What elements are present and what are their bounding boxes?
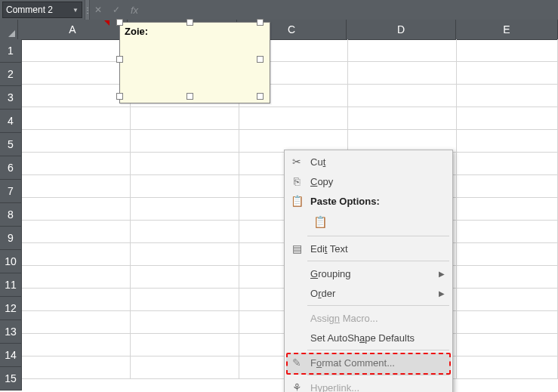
cell[interactable]	[457, 243, 558, 266]
row-header-3[interactable]: 3	[0, 86, 22, 110]
name-box[interactable]: Comment 2 ▼	[2, 2, 82, 18]
fx-icon[interactable]: fx	[131, 5, 138, 16]
row-header-9[interactable]: 9	[0, 227, 22, 250]
cell[interactable]	[131, 311, 239, 334]
selection-handle[interactable]	[257, 19, 264, 26]
cell[interactable]	[457, 130, 558, 153]
paste-option-icon[interactable]: 📋	[310, 212, 330, 232]
cell[interactable]	[22, 243, 131, 266]
row-header-2[interactable]: 2	[0, 63, 22, 86]
cancel-formula-icon[interactable]: ✕	[94, 5, 102, 15]
menu-item-label: Set AutoShape Defaults	[310, 332, 415, 344]
cell[interactable]	[22, 85, 131, 107]
cell[interactable]	[457, 266, 558, 289]
menu-item-cut[interactable]: ✂Cut	[285, 152, 452, 171]
column-header-A[interactable]: A	[18, 20, 128, 40]
cell[interactable]	[457, 175, 558, 198]
cell[interactable]	[457, 289, 558, 311]
menu-item-grouping[interactable]: Grouping▶	[285, 264, 452, 283]
cell[interactable]	[131, 153, 239, 175]
cell[interactable]	[22, 221, 131, 243]
row-header-8[interactable]: 8	[0, 203, 22, 227]
cell[interactable]	[457, 85, 558, 107]
menu-item-copy[interactable]: ⎘Copy	[285, 171, 452, 191]
selection-handle[interactable]	[116, 56, 123, 63]
comment-box[interactable]: Zoie:	[119, 22, 270, 103]
submenu-arrow-icon: ▶	[439, 289, 445, 298]
cell[interactable]	[22, 289, 131, 311]
column-header-E[interactable]: E	[456, 20, 558, 40]
cell[interactable]	[457, 62, 558, 85]
cell[interactable]	[348, 39, 457, 62]
row-header-5[interactable]: 5	[0, 133, 22, 156]
row-header-1[interactable]: 1	[0, 39, 22, 63]
menu-item-label: Cut	[310, 156, 325, 168]
cell[interactable]	[131, 198, 239, 221]
cell[interactable]	[457, 107, 558, 130]
column-header-D[interactable]: D	[347, 20, 456, 40]
menu-separator	[307, 305, 449, 306]
menu-item-order[interactable]: Order▶	[285, 283, 452, 303]
selection-handle[interactable]	[257, 93, 264, 100]
cell[interactable]	[131, 107, 239, 130]
row-header-4[interactable]: 4	[0, 110, 22, 133]
menu-separator	[307, 350, 449, 350]
cell[interactable]	[131, 334, 239, 357]
select-all-corner[interactable]	[0, 20, 18, 40]
name-box-dropdown-icon[interactable]: ▼	[72, 7, 79, 14]
cell[interactable]	[457, 311, 558, 334]
selection-handle[interactable]	[187, 93, 193, 100]
cell[interactable]	[131, 266, 239, 289]
menu-item-format-comment[interactable]: ✎Format Comment...	[285, 353, 452, 372]
confirm-formula-icon[interactable]: ✓	[113, 5, 120, 15]
menu-item-edit-text[interactable]: ▤Edit Text	[285, 239, 452, 258]
row-header-11[interactable]: 11	[0, 273, 22, 297]
row-header-13[interactable]: 13	[0, 320, 22, 344]
cell[interactable]	[131, 221, 239, 243]
cell[interactable]	[22, 357, 131, 379]
cell[interactable]	[22, 311, 131, 334]
row-header-10[interactable]: 10	[0, 250, 22, 273]
cell[interactable]	[457, 357, 558, 379]
cell[interactable]	[22, 266, 131, 289]
cell[interactable]	[131, 357, 239, 379]
cell[interactable]	[22, 334, 131, 357]
selection-handle[interactable]	[116, 19, 123, 26]
cell[interactable]	[457, 39, 558, 62]
cell[interactable]	[22, 130, 131, 153]
row-header-12[interactable]: 12	[0, 297, 22, 320]
cell[interactable]	[239, 107, 348, 130]
menu-item-label: Copy	[310, 176, 333, 187]
menu-separator	[307, 236, 449, 236]
cell[interactable]	[22, 175, 131, 198]
cell[interactable]	[457, 221, 558, 243]
row-header-6[interactable]: 6	[0, 156, 22, 180]
cell[interactable]	[22, 153, 131, 175]
menu-item-label: Grouping	[310, 268, 351, 279]
cell[interactable]	[22, 107, 131, 130]
row-header-14[interactable]: 14	[0, 344, 22, 367]
cell[interactable]	[348, 62, 457, 85]
cell[interactable]	[22, 39, 131, 62]
cell[interactable]	[348, 85, 457, 107]
cell[interactable]	[457, 153, 558, 175]
selection-handle[interactable]	[116, 93, 123, 100]
selection-handle[interactable]	[187, 19, 193, 26]
menu-item-label: Edit Text	[310, 243, 348, 255]
cell[interactable]	[22, 62, 131, 85]
row-header-7[interactable]: 7	[0, 180, 22, 203]
cell[interactable]	[131, 175, 239, 198]
row-header-col: 123456789101112131415	[0, 39, 22, 390]
cell[interactable]	[22, 198, 131, 221]
selection-handle[interactable]	[257, 56, 264, 63]
cell[interactable]	[457, 198, 558, 221]
cell[interactable]	[131, 289, 239, 311]
menu-item-set-defaults[interactable]: Set AutoShape Defaults	[285, 328, 452, 347]
cell[interactable]	[457, 334, 558, 357]
cell[interactable]	[131, 130, 239, 153]
row-header-15[interactable]: 15	[0, 367, 22, 390]
cell[interactable]	[131, 243, 239, 266]
app-root: Comment 2 ▼ ⋮ ✕ ✓ fx ABCDE 1234567891011…	[0, 0, 558, 392]
context-menu: ✂Cut⎘Copy📋Paste Options:📋▤Edit TextGroup…	[284, 150, 453, 392]
cell[interactable]	[348, 107, 457, 130]
